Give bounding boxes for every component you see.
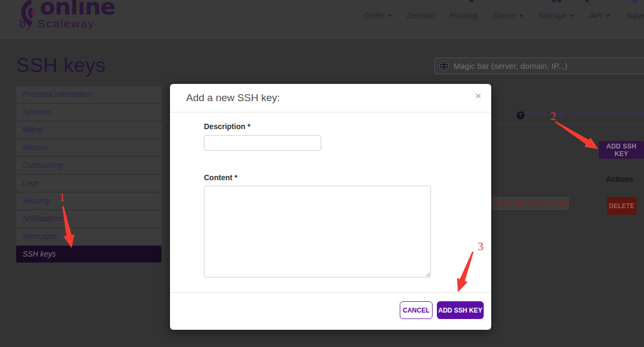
modal-title: Add a new SSH key:	[186, 92, 280, 104]
delete-ssh-key-button[interactable]: DELETE	[607, 197, 636, 215]
magic-bar-input[interactable]	[454, 61, 644, 70]
caret-down-icon	[606, 15, 610, 17]
need-help-text: Need help? See the documentation	[527, 109, 644, 118]
sidebar-item-abuses[interactable]: Abuses	[16, 139, 161, 156]
close-icon[interactable]: ×	[475, 90, 482, 101]
logo-text-by-scaleway: by Scaleway	[19, 17, 95, 30]
page-title: SSH keys	[16, 54, 105, 77]
modal-header: Add a new SSH key: ×	[170, 84, 491, 112]
nav-item-order[interactable]: Order	[364, 11, 392, 20]
cut-off-text-fragment	[585, 0, 589, 2]
nav-item-storage[interactable]: Storage	[539, 11, 575, 20]
sidebar-item-notifications[interactable]: Notifications	[16, 210, 161, 227]
nav-item-domain[interactable]: Domain	[407, 11, 435, 20]
actions-column-header: Actions	[606, 175, 633, 183]
add-ssh-key-button-toolbar[interactable]: ADD SSH KEY	[599, 141, 644, 159]
scaleway-console-screen: online by Scaleway Order Domain Hosting …	[0, 0, 644, 347]
nav-item-hosting[interactable]: Hosting	[450, 11, 477, 20]
nav-item-support[interactable]: Support	[625, 11, 644, 20]
ssh-key-fingerprint: cc5:e3:05:a8:6b:c3:8b	[486, 197, 569, 210]
cut-off-text-fragment	[557, 0, 561, 2]
cut-off-text-fragment	[469, 0, 473, 2]
globe-icon	[439, 61, 449, 71]
add-ssh-key-modal: Add a new SSH key: × Description * Conte…	[170, 84, 491, 330]
sidebar-item-billing[interactable]: Billing	[16, 122, 161, 138]
description-field[interactable]	[204, 135, 321, 151]
description-label: Description *	[204, 122, 250, 131]
caret-down-icon	[570, 15, 575, 17]
top-header: online by Scaleway Order Domain Hosting …	[0, 0, 644, 39]
caret-down-icon	[387, 15, 392, 17]
account-sidebar: Personal information Services Billing Ab…	[16, 86, 161, 264]
question-circle-icon: ?	[516, 111, 525, 119]
main-nav: Order Domain Hosting Server Storage API …	[364, 11, 644, 20]
cut-off-text-fragment	[633, 0, 638, 3]
cancel-button[interactable]: CANCEL	[400, 301, 433, 319]
sidebar-item-security[interactable]: Security	[16, 193, 161, 209]
sidebar-item-services[interactable]: Services	[16, 104, 161, 121]
add-ssh-key-submit-button[interactable]: ADD SSH KEY	[437, 301, 484, 319]
cut-off-text-fragment	[552, 0, 556, 2]
nav-item-api[interactable]: API	[590, 11, 610, 20]
sidebar-item-personal-information[interactable]: Personal information	[16, 86, 161, 103]
sidebar-item-messages[interactable]: Messages	[16, 228, 161, 245]
sidebar-item-logs[interactable]: Logs	[16, 175, 161, 192]
caret-down-icon	[519, 15, 523, 17]
nav-item-server[interactable]: Server	[492, 11, 523, 20]
sidebar-item-outsourcing[interactable]: Outsourcing	[16, 157, 161, 174]
magic-bar	[434, 58, 644, 74]
need-help-link[interactable]: ?Need help? See the documentation	[516, 109, 644, 119]
content-field[interactable]	[204, 186, 431, 278]
sidebar-item-ssh-keys[interactable]: SSH keys	[16, 246, 161, 263]
modal-footer: CANCEL ADD SSH KEY	[170, 292, 491, 330]
content-label: Content *	[204, 173, 237, 182]
